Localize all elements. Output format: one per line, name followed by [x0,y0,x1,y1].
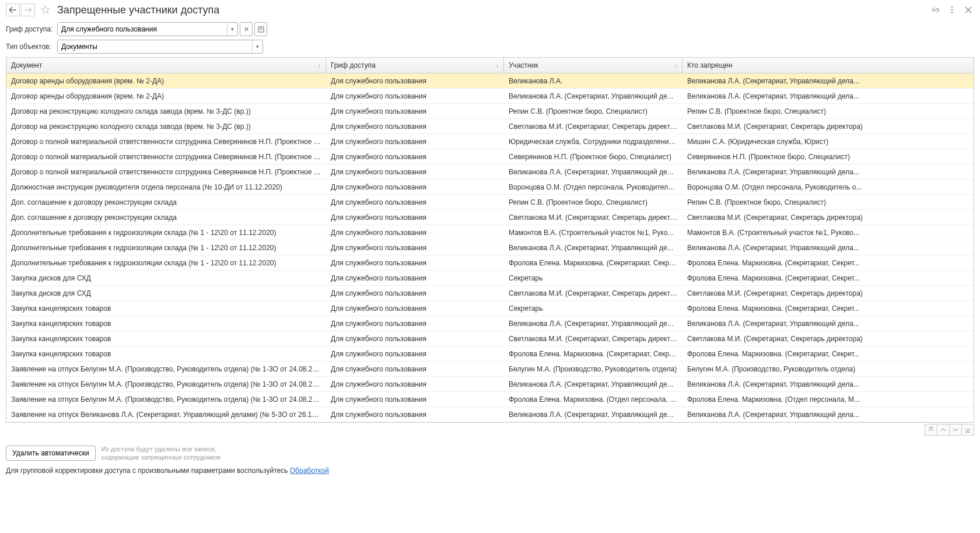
cell-grif: Для служебного пользования [326,183,504,191]
table-row[interactable]: Договор о полной материальной ответствен… [6,164,974,180]
cell-participant: Великанова Л.А. (Секретариат, Управляющи… [504,92,682,100]
bottom-link-text: Для групповой корректировки доступа с пр… [6,467,974,475]
cell-document: Закупка канцелярских товаров [6,320,326,328]
back-button[interactable] [6,3,20,16]
scroll-down-button[interactable] [949,424,962,436]
table-row[interactable]: Дополнительные требования к гидроизоляци… [6,240,974,255]
cell-document: Доп. соглашение к договору реконструкции… [6,213,326,222]
type-input-wrap: ▾ [57,40,263,54]
cell-grif: Для служебного пользования [326,244,504,252]
cell-who: Великанова Л.А. (Секретариат, Управляющи… [682,92,974,100]
delete-hint: Из доступа будут удалены все записи, сод… [102,445,220,462]
cell-who: Фролова Елена. Маркизовна. (Секретариат,… [682,350,974,358]
cell-grif: Для служебного пользования [326,153,504,161]
cell-document: Договор о полной материальной ответствен… [6,168,326,176]
grif-dropdown[interactable]: ▾ [227,23,237,36]
col-header-who[interactable]: Кто запрещен [682,58,974,73]
cell-document: Договор о полной материальной ответствен… [6,138,326,146]
cell-document: Дополнительные требования к гидроизоляци… [6,244,326,252]
table-row[interactable]: Заявление на отпуск Белугин М.А. (Произв… [6,362,974,377]
scroll-top-button[interactable] [925,424,937,436]
table-row[interactable]: Заявление на отпуск Белугин М.А. (Произв… [6,377,974,392]
cell-document: Договор на реконструкцию холодного склад… [6,122,326,131]
cell-grif: Для служебного пользования [326,168,504,176]
sort-icon: ↓ [496,62,499,69]
table-row[interactable]: Дополнительные требования к гидроизоляци… [6,225,974,240]
grif-open-button[interactable] [254,22,267,36]
cell-who: Великанова Л.А. (Секретариат, Управляющи… [682,411,974,419]
table-row[interactable]: Договор на реконструкцию холодного склад… [6,119,974,134]
cell-grif: Для служебного пользования [326,411,504,419]
link-icon[interactable] [930,4,942,16]
cell-participant: Светлакова М.И. (Секретариат, Секретарь … [504,213,682,222]
col-header-grif[interactable]: Гриф доступа↓ [326,58,504,73]
cell-document: Доп. соглашение к договору реконструкции… [6,198,326,206]
scroll-up-button[interactable] [937,424,950,436]
cell-document: Заявление на отпуск Великанова Л.А. (Сек… [6,411,326,419]
cell-who: Великанова Л.А. (Секретариат, Управляющи… [682,77,974,85]
more-icon[interactable] [946,4,958,16]
table-row[interactable]: Заявление на отпуск Белугин М.А. (Произв… [6,392,974,407]
grif-input[interactable] [58,23,227,36]
cell-grif: Для служебного пользования [326,289,504,297]
cell-document: Дополнительные требования к гидроизоляци… [6,229,326,237]
table-row[interactable]: Закупка канцелярских товаровДля служебно… [6,301,974,316]
cell-participant: Репин С.В. (Проектное бюро, Специалист) [504,198,682,206]
cell-document: Закупка канцелярских товаров [6,335,326,343]
cell-who: Мишин С.А. (Юридическая служба, Юрист) [682,138,974,146]
col-header-document[interactable]: Документ↓ [6,58,326,73]
table-row[interactable]: Договор аренды оборудования (врем. № 2-Д… [6,89,974,104]
cell-who: Светлакова М.И. (Секретариат, Секретарь … [682,213,974,222]
cell-who: Фролова Елена. Маркизовна. (Отдел персон… [682,395,974,404]
grif-input-wrap: ▾ [57,22,238,36]
cell-grif: Для служебного пользования [326,274,504,282]
scroll-buttons [6,424,974,436]
data-table: Документ↓ Гриф доступа↓ Участник↓ Кто за… [6,57,974,423]
favorite-icon[interactable] [38,3,52,16]
delete-auto-button[interactable]: Удалить автоматически [6,446,96,461]
arrow-left-icon [9,7,16,13]
cell-grif: Для служебного пользования [326,350,504,358]
scroll-bottom-button[interactable] [961,424,974,436]
type-input[interactable] [58,40,252,53]
cell-grif: Для служебного пользования [326,304,504,313]
table-row[interactable]: Договор о полной материальной ответствен… [6,149,974,164]
cell-who: Светлакова М.И. (Секретариат, Секретарь … [682,122,974,131]
cell-grif: Для служебного пользования [326,335,504,343]
table-row[interactable]: Закупка канцелярских товаровДля служебно… [6,316,974,331]
table-row[interactable]: Закупка канцелярских товаровДля служебно… [6,346,974,362]
cell-participant: Великанова Л.А. (Секретариат, Управляющи… [504,411,682,419]
cell-who: Великанова Л.А. (Секретариат, Управляющи… [682,380,974,388]
svg-point-0 [951,6,953,8]
cell-grif: Для служебного пользования [326,259,504,267]
cell-grif: Для служебного пользования [326,198,504,206]
table-row[interactable]: Договор на реконструкцию холодного склад… [6,104,974,119]
cell-grif: Для служебного пользования [326,107,504,115]
table-row[interactable]: Договор о полной материальной ответствен… [6,134,974,149]
table-row[interactable]: Заявление на отпуск Великанова Л.А. (Сек… [6,407,974,422]
table-row[interactable]: Должностная инструкция руководителя отде… [6,180,974,195]
cell-grif: Для служебного пользования [326,77,504,85]
table-row[interactable]: Закупка дисков для СХДДля служебного пол… [6,271,974,286]
cell-document: Закупка дисков для СХД [6,289,326,297]
cell-document: Закупка дисков для СХД [6,274,326,282]
table-row[interactable]: Закупка канцелярских товаровДля служебно… [6,331,974,346]
processing-link[interactable]: Обработкой [290,467,329,475]
table-row[interactable]: Дополнительные требования к гидроизоляци… [6,255,974,271]
forward-button[interactable] [21,3,35,16]
table-row[interactable]: Закупка дисков для СХДДля служебного пол… [6,286,974,301]
cell-participant: Светлакова М.И. (Секретариат, Секретарь … [504,335,682,343]
cell-who: Фролова Елена. Маркизовна. (Секретариат,… [682,304,974,313]
table-row[interactable]: Доп. соглашение к договору реконструкции… [6,210,974,225]
col-header-participant[interactable]: Участник↓ [504,58,682,73]
cell-document: Закупка канцелярских товаров [6,304,326,313]
arrow-right-icon [24,7,32,13]
cell-participant: Великанова Л.А. (Секретариат, Управляющи… [504,380,682,388]
type-dropdown[interactable]: ▾ [252,40,262,53]
grif-clear-button[interactable]: ✕ [240,22,253,36]
table-row[interactable]: Договор аренды оборудования (врем. № 2-Д… [6,73,974,89]
cell-participant: Секретарь [504,274,682,282]
table-row[interactable]: Доп. соглашение к договору реконструкции… [6,195,974,210]
close-icon[interactable] [963,4,974,16]
cell-who: Репин С.В. (Проектное бюро, Специалист) [682,198,974,206]
